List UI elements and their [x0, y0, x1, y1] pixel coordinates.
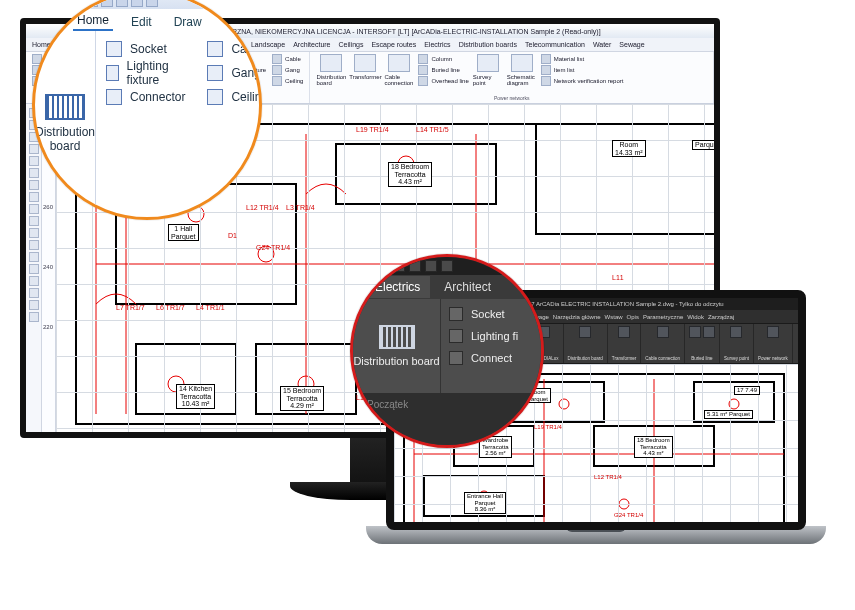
board-icon	[45, 94, 85, 120]
ribbon-icon[interactable]	[579, 326, 591, 338]
tool-icon[interactable]	[29, 300, 39, 310]
elec-label: G24 TR1/4	[256, 244, 290, 251]
qat-button[interactable]	[116, 0, 128, 7]
ribbon-pn-overhead-line[interactable]: Overhead line	[418, 76, 468, 86]
tool-icon[interactable]	[29, 276, 39, 286]
list-icon	[541, 65, 551, 75]
red-socket-button[interactable]: Socket	[449, 303, 541, 325]
socket-icon	[106, 41, 122, 57]
ribbon-group-label: Power network	[758, 356, 788, 361]
laptop-ribbon-group: Survey point	[720, 324, 754, 363]
qat-button[interactable]	[146, 0, 158, 7]
ribbon-gang[interactable]: Gang	[272, 65, 303, 75]
elec-label: L19 TR1/4	[356, 126, 389, 133]
tool-icon[interactable]	[29, 228, 39, 238]
ribbon-icon[interactable]	[618, 326, 630, 338]
tool-icon[interactable]	[29, 168, 39, 178]
menu-water[interactable]: Water	[593, 41, 611, 48]
orange-lighting-fixture-button[interactable]: Lighting fixture	[106, 61, 185, 85]
room-label: Parquet	[692, 140, 714, 150]
ribbon-icon[interactable]	[657, 326, 669, 338]
tool-icon[interactable]	[29, 156, 39, 166]
tab-edit[interactable]: Edit	[127, 12, 156, 31]
desktop-left-toolbar[interactable]	[26, 104, 42, 432]
tool-icon[interactable]	[29, 252, 39, 262]
laptop-ribbon-group: Power network	[754, 324, 793, 363]
ribbon-pn-schematic-diagram[interactable]: Schematic diagram	[507, 54, 537, 86]
ribbon-pn-material-list[interactable]: Material list	[541, 54, 624, 64]
room-label: 15 BedroomTerracotta4.29 m²	[280, 386, 324, 411]
tab-draw[interactable]: Draw	[170, 12, 206, 31]
gang-icon	[207, 65, 223, 81]
tab-widok[interactable]: Widok	[687, 314, 704, 320]
room-label: 18 BedroomTerracotta4.43 m²	[634, 436, 673, 458]
tab-home[interactable]: Home	[73, 10, 113, 31]
tool-icon[interactable]	[29, 240, 39, 250]
ribbon-pn-distribution-board[interactable]: Distribution board	[316, 54, 346, 86]
ribbon-icon[interactable]	[703, 326, 715, 338]
ribbon-pn-transformer[interactable]: Transformer	[350, 54, 380, 86]
ribbon-ceiling[interactable]: Ceiling	[272, 76, 303, 86]
tool-icon[interactable]	[29, 288, 39, 298]
qat-button[interactable]	[425, 260, 437, 272]
menu-distribution-boards[interactable]: Distribution boards	[459, 41, 517, 48]
qat-button[interactable]	[441, 260, 453, 272]
tab-architect[interactable]: Architect	[434, 276, 501, 298]
menu-architecture[interactable]: Architecture	[293, 41, 330, 48]
qat-button[interactable]	[101, 0, 113, 7]
tab-opis[interactable]: Opis	[627, 314, 639, 320]
schematic-icon	[511, 54, 533, 72]
elec-label: L3 TR1/4	[286, 204, 315, 211]
red-connector-button[interactable]: Connect	[449, 347, 541, 369]
menu-escape-routes[interactable]: Escape routes	[371, 41, 416, 48]
tab-wstaw[interactable]: Wstaw	[605, 314, 623, 320]
menu-landscape[interactable]: Landscape	[251, 41, 285, 48]
red-lighting-fixture-button[interactable]: Lighting fi	[449, 325, 541, 347]
qat-button[interactable]	[409, 260, 421, 272]
tab-zarzadzaj[interactable]: Zarządzaj	[708, 314, 734, 320]
orange-ceiling-button[interactable]: Ceiling	[207, 85, 262, 109]
tool-icon[interactable]	[29, 192, 39, 202]
ribbon-icon[interactable]	[767, 326, 779, 338]
orange-socket-button[interactable]: Socket	[106, 37, 185, 61]
ribbon-pn-item-list[interactable]: Item list	[541, 65, 624, 75]
orange-gang-button[interactable]: Gang	[207, 61, 262, 85]
orange-connector-button[interactable]: Connector	[106, 85, 185, 109]
orange-qat	[35, 0, 259, 9]
ribbon-pn-buried-line[interactable]: Buried line	[418, 65, 468, 75]
ribbon-pn-survey-point[interactable]: Survey point	[473, 54, 503, 86]
menu-ceilings[interactable]: Ceilings	[339, 41, 364, 48]
ribbon-pn-cable-connection[interactable]: Cable connection	[384, 54, 414, 86]
arcadia-logo-icon	[41, 0, 53, 7]
tool-icon[interactable]	[29, 144, 39, 154]
elec-label: L4 TR1/1	[196, 304, 225, 311]
tool-icon[interactable]	[29, 216, 39, 226]
ribbon-pn-verification-report[interactable]: Network verification report	[541, 76, 624, 86]
tab-parametryczne[interactable]: Parametryczne	[643, 314, 683, 320]
ribbon-pn-column[interactable]: Column	[418, 54, 468, 64]
tool-icon[interactable]	[29, 180, 39, 190]
magnifier-red: Electrics Architect Distribution board S…	[350, 254, 544, 448]
ribbon-cable[interactable]: Cable	[272, 54, 303, 64]
red-distribution-board-button[interactable]: Distribution board	[353, 299, 441, 393]
gang-icon	[272, 65, 282, 75]
menu-electrics[interactable]: Electrics	[424, 41, 450, 48]
menu-telecommunication[interactable]: Telecommunication	[525, 41, 585, 48]
tab-narzedzia-glowne[interactable]: Narzędzia główne	[553, 314, 601, 320]
qat-button[interactable]	[56, 0, 68, 7]
magnifier-orange: Home Edit Draw Distribution board Socket…	[32, 0, 262, 220]
light-icon	[106, 65, 119, 81]
ribbon-group-label: Cable connection	[645, 356, 680, 361]
tool-icon[interactable]	[29, 204, 39, 214]
qat-button[interactable]	[71, 0, 83, 7]
ribbon-icon[interactable]	[730, 326, 742, 338]
room-label: 18 BedroomTerracotta4.43 m²	[388, 162, 432, 187]
qat-button[interactable]	[131, 0, 143, 7]
tool-icon[interactable]	[29, 312, 39, 322]
qat-button[interactable]	[86, 0, 98, 7]
tool-icon[interactable]	[29, 264, 39, 274]
ribbon-icon[interactable]	[689, 326, 701, 338]
ribbon-group-label: Transformer	[612, 356, 636, 361]
menu-sewage[interactable]: Sewage	[619, 41, 644, 48]
elec-label: L12 TR1/4	[594, 474, 622, 480]
